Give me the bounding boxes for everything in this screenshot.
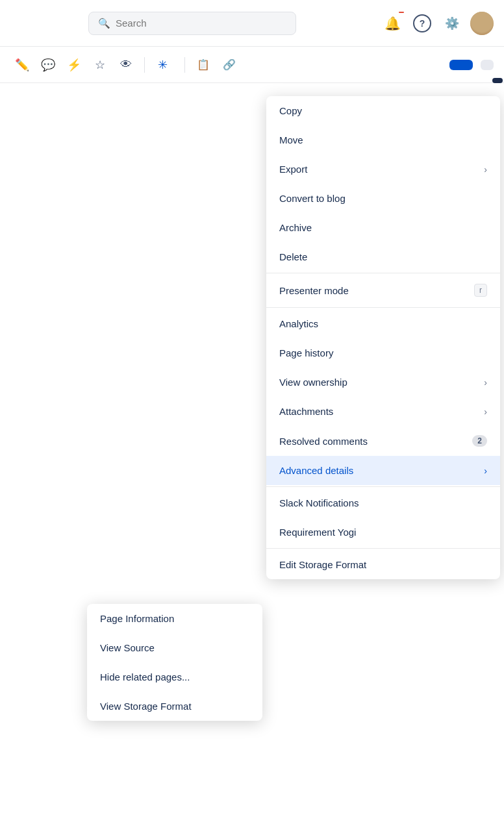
toolbar-divider-1	[144, 57, 145, 73]
menu-item-shortcut: r	[474, 284, 487, 297]
advanced-details-submenu: Page InformationView SourceHide related …	[87, 604, 262, 721]
notifications-button[interactable]: 🔔	[381, 12, 404, 35]
menu-item-label: Slack Notifications	[279, 497, 359, 508]
template-button[interactable]: 📋	[192, 53, 215, 77]
submenu-item-view-source[interactable]: View Source	[87, 633, 262, 662]
menu-item-convert-to-blog[interactable]: Convert to blog	[266, 184, 500, 213]
menu-item-label: View ownership	[279, 377, 347, 388]
more-actions-button[interactable]	[481, 60, 494, 70]
menu-divider	[266, 548, 500, 549]
menu-item-presenter-mode[interactable]: Presenter moder	[266, 275, 500, 306]
template-icon: 📋	[197, 58, 210, 71]
share-button[interactable]	[449, 60, 473, 70]
menu-item-label: Page history	[279, 347, 333, 358]
menu-item-label: Export	[279, 164, 307, 175]
menu-item-slack-notifications[interactable]: Slack Notifications	[266, 488, 500, 518]
more-actions-tooltip	[492, 78, 503, 83]
submenu-item-label: View Source	[100, 642, 155, 653]
chevron-right-icon: ›	[484, 377, 487, 388]
menu-item-label: Analytics	[279, 318, 318, 329]
toolbar: ✏️ 💬 ⚡ ☆ 👁 ✳ 📋 🔗	[0, 47, 504, 83]
main-menu: CopyMoveExport›Convert to blogArchiveDel…	[266, 96, 500, 579]
menu-item-label: Attachments	[279, 406, 333, 417]
chevron-right-icon: ›	[484, 164, 487, 175]
menu-divider	[266, 307, 500, 308]
menu-item-label: Presenter mode	[279, 285, 349, 296]
menu-item-badge: 2	[472, 435, 487, 447]
menu-divider	[266, 273, 500, 273]
bell-icon: 🔔	[384, 16, 401, 31]
settings-button[interactable]: ⚙️	[440, 12, 464, 35]
search-icon: 🔍	[98, 18, 110, 29]
chevron-right-icon: ›	[484, 406, 487, 417]
search-bar[interactable]: 🔍	[88, 12, 296, 35]
submenu-item-label: Page Information	[100, 613, 174, 624]
watch-button[interactable]: 👁	[114, 53, 138, 77]
summarise-icon: ✳	[158, 58, 168, 72]
star-button[interactable]: ☆	[88, 53, 112, 77]
submenu-item-page-information[interactable]: Page Information	[87, 604, 262, 633]
submenu-item-label: View Storage Format	[100, 701, 192, 712]
comment-icon: 💬	[41, 58, 55, 72]
menu-item-export[interactable]: Export›	[266, 155, 500, 184]
edit-icon: ✏️	[15, 58, 29, 72]
menu-item-label: Advanced details	[279, 465, 353, 476]
menu-item-requirement-yogi[interactable]: Requirement Yogi	[266, 518, 500, 547]
chevron-right-icon: ›	[484, 466, 487, 476]
menu-item-copy[interactable]: Copy	[266, 96, 500, 125]
menu-item-label: Archive	[279, 222, 312, 233]
star-icon: ☆	[95, 58, 105, 72]
submenu-item-hide-related-pages...[interactable]: Hide related pages...	[87, 662, 262, 692]
menu-item-label: Copy	[279, 105, 302, 116]
toolbar-divider-2	[184, 57, 185, 73]
search-input[interactable]	[116, 18, 286, 29]
menu-item-view-ownership[interactable]: View ownership›	[266, 368, 500, 397]
link-icon: 🔗	[223, 58, 236, 71]
menu-item-label: Move	[279, 134, 303, 145]
menu-item-label: Delete	[279, 251, 307, 262]
menu-item-label: Edit Storage Format	[279, 559, 366, 570]
menu-item-delete[interactable]: Delete	[266, 242, 500, 271]
lightning-icon: ⚡	[67, 58, 81, 72]
menu-item-analytics[interactable]: Analytics	[266, 309, 500, 338]
submenu-item-view-storage-format[interactable]: View Storage Format	[87, 692, 262, 721]
gear-icon: ⚙️	[445, 16, 459, 31]
menu-item-label: Requirement Yogi	[279, 527, 356, 538]
summarise-button[interactable]: ✳	[151, 54, 178, 76]
header: 🔍 🔔 ? ⚙️	[0, 0, 504, 47]
menu-item-page-history[interactable]: Page history	[266, 338, 500, 368]
menu-item-archive[interactable]: Archive	[266, 213, 500, 242]
menu-item-label: Resolved comments	[279, 436, 368, 447]
eye-icon: 👁	[120, 58, 132, 71]
help-button[interactable]: ?	[410, 12, 434, 35]
link-button[interactable]: 🔗	[218, 53, 241, 77]
comment-button[interactable]: 💬	[36, 53, 60, 77]
lightning-button[interactable]: ⚡	[62, 53, 86, 77]
edit-button[interactable]: ✏️	[10, 53, 34, 77]
avatar-image	[470, 12, 494, 35]
header-icons: 🔔 ? ⚙️	[381, 12, 494, 35]
notification-badge	[399, 12, 404, 13]
menu-item-move[interactable]: Move	[266, 125, 500, 155]
menu-item-edit-storage-format[interactable]: Edit Storage Format	[266, 550, 500, 579]
menu-item-advanced-details[interactable]: Advanced details›	[266, 456, 500, 485]
menu-item-label: Convert to blog	[279, 193, 346, 204]
menu-item-attachments[interactable]: Attachments›	[266, 397, 500, 426]
menu-divider	[266, 486, 500, 487]
submenu-item-label: Hide related pages...	[100, 671, 190, 682]
menu-item-resolved-comments[interactable]: Resolved comments2	[266, 426, 500, 456]
help-icon: ?	[413, 14, 431, 32]
user-avatar[interactable]	[470, 12, 494, 35]
